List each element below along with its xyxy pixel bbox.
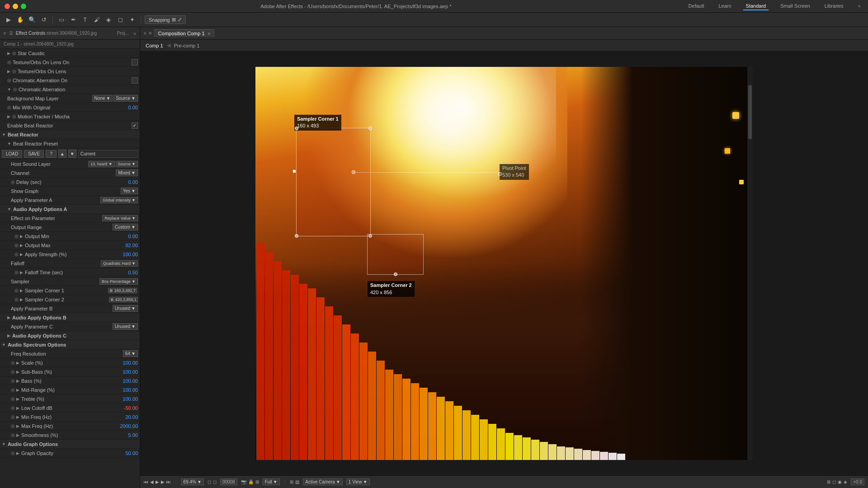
tool-pen[interactable]: ✒ — [68, 15, 78, 25]
value-scale[interactable]: 100.00 — [123, 360, 138, 366]
maximize-button[interactable] — [21, 4, 26, 9]
panel-close-comp[interactable]: ✕ — [148, 31, 152, 36]
dropdown-apply-param-b[interactable]: Unused ▼ — [113, 305, 138, 312]
view-count-dropdown[interactable]: 1 View ▼ — [346, 479, 370, 485]
active-camera-dropdown[interactable]: Active Camera ▼ — [303, 479, 342, 485]
comp-nav-comp1[interactable]: Comp 1 — [144, 42, 165, 49]
tool-stamp[interactable]: ◈ — [104, 15, 113, 25]
dropdown-channel[interactable]: Mixed ▼ — [116, 169, 138, 176]
triangle-beat-reactor[interactable]: ▼ — [2, 132, 6, 137]
value-output-min[interactable]: 0.00 — [128, 234, 138, 239]
row-audio-apply-options-c[interactable]: ▶ Audio Apply Options C — [0, 331, 140, 340]
value-low-cutoff[interactable]: -50.00 — [124, 405, 138, 411]
triangle-bass[interactable]: ▶ — [16, 379, 19, 383]
dropdown-sampler[interactable]: Box Percentage ▼ — [99, 278, 138, 285]
tool-zoom[interactable]: 🔍 — [27, 15, 37, 25]
row-audio-graph-options[interactable]: ▼ Audio Graph Options — [0, 440, 140, 449]
camera-icon[interactable]: 📷 — [241, 479, 246, 484]
tool-brush[interactable]: 🖌 — [92, 15, 102, 25]
row-beat-reactor-preset[interactable]: ▼ Beat Reactor Preset — [0, 139, 140, 148]
panel-menu-comp[interactable]: ≡ — [144, 31, 146, 36]
camera-lock-icon[interactable]: 🔒 — [248, 479, 254, 484]
dropdown-host-sound-source[interactable]: Source ▼ — [116, 161, 138, 167]
tool-eraser[interactable]: ◻ — [115, 15, 125, 25]
value-smoothness[interactable]: 5.00 — [128, 432, 138, 438]
comp-options-icon[interactable]: ⊞ — [827, 479, 830, 484]
row-audio-apply-options-b[interactable]: ▶ Audio Apply Options B — [0, 313, 140, 322]
dropdown-bgmap-none[interactable]: None ▼ — [92, 95, 113, 102]
triangle-audio-apply-c[interactable]: ▶ — [7, 333, 10, 338]
dropdown-host-sound[interactable]: 13. heartl ▼ — [88, 161, 114, 167]
value-bass[interactable]: 100.00 — [123, 378, 138, 384]
row-beat-reactor-header[interactable]: ▼ Beat Reactor — [0, 130, 140, 139]
value-mix-with-original[interactable]: 0.00 — [128, 105, 138, 110]
row-texture-orbs[interactable]: ▶ ◎ Texture/Orbs On Lens — [0, 67, 140, 76]
close-button[interactable] — [5, 4, 10, 9]
nav-standard[interactable]: Standard — [743, 2, 769, 10]
panel-tabs[interactable]: Proj... — [117, 31, 129, 36]
resolution-icon[interactable]: ◻ — [208, 479, 211, 484]
quality-dropdown[interactable]: Full ▼ — [263, 479, 280, 485]
checkbox-enable-beat-reactor[interactable] — [132, 122, 138, 129]
sampler-c1-handle-tr[interactable] — [368, 127, 372, 130]
viewer-scrollbar[interactable] — [747, 67, 753, 460]
checkbox-texture-orbs-on[interactable] — [132, 59, 138, 66]
sampler-c1-handle-bl[interactable] — [295, 234, 298, 238]
panel-menu-icon[interactable]: ≡ — [4, 31, 6, 36]
triangle-texture-orbs[interactable]: ▶ — [7, 69, 10, 74]
comp-nav-precomp1[interactable]: Pre-comp 1 — [172, 42, 202, 49]
tool-text[interactable]: T — [80, 15, 90, 25]
row-audio-spectrum-options[interactable]: ▼ Audio Spectrum Options — [0, 340, 140, 349]
channel-icon[interactable]: ▧ — [295, 479, 299, 484]
pivot-handle[interactable] — [352, 170, 355, 174]
value-treble[interactable]: 100.00 — [123, 396, 138, 402]
tab-composition[interactable]: Composition Comp 1 ≡ — [154, 29, 215, 37]
tool-select[interactable]: ▶ — [4, 15, 14, 25]
preset-prev[interactable]: ▲ — [58, 150, 66, 158]
tool-rect[interactable]: ▭ — [57, 15, 66, 25]
playback-prev-frame[interactable]: ◀ — [150, 479, 154, 484]
dropdown-show-graph[interactable]: Yes ▼ — [121, 188, 138, 194]
triangle-star-caustic[interactable]: ▶ — [7, 51, 10, 56]
nav-libraries[interactable]: Libraries — [822, 2, 846, 10]
nav-default[interactable]: Default — [686, 2, 707, 10]
row-star-caustic[interactable]: ▶ ◎ Star Caustic — [0, 49, 140, 58]
value-min-freq[interactable]: 20.00 — [125, 414, 138, 420]
value-delay[interactable]: 0.00 — [128, 179, 138, 185]
sampler-c2-handle[interactable] — [394, 272, 397, 276]
snapping-toggle[interactable]: Snapping ⊞ ⤢ — [145, 15, 186, 24]
value-falloff-time[interactable]: 0.50 — [128, 270, 138, 275]
triangle-motion-tracker[interactable]: ▶ — [7, 114, 10, 119]
triangle-audio-spectrum[interactable]: ▼ — [2, 343, 6, 347]
dropdown-freq-resolution[interactable]: 64 ▼ — [123, 350, 138, 357]
triangle-apply-strength[interactable]: ▶ — [20, 252, 23, 257]
dropdown-apply-param-a[interactable]: Global Intensity ▼ — [100, 197, 138, 203]
triangle-max-freq[interactable]: ▶ — [16, 424, 19, 428]
playback-next-frame[interactable]: ▶ — [161, 479, 165, 484]
load-button[interactable]: LOAD — [2, 150, 22, 158]
dropdown-effect-on-param[interactable]: Replace Value ▼ — [102, 215, 138, 221]
tab-close-icon[interactable]: ≡ — [208, 31, 211, 36]
value-apply-strength[interactable]: 100.00 — [123, 252, 138, 257]
value-graph-opacity[interactable]: 50.00 — [125, 450, 138, 456]
row-motion-tracker[interactable]: ▶ ◎ Motion Tracker / Mocha — [0, 112, 140, 121]
triangle-treble[interactable]: ▶ — [16, 397, 19, 401]
playback-play[interactable]: ▶ — [156, 479, 159, 484]
minimize-button[interactable] — [13, 4, 18, 9]
grid-view-icon[interactable]: ⊞ — [290, 479, 293, 484]
triangle-audio-apply-a[interactable]: ▼ — [7, 207, 11, 211]
playback-last-frame[interactable]: ⏭ — [166, 479, 171, 484]
triangle-chromatic-aberration[interactable]: ▼ — [7, 87, 11, 92]
nav-learn[interactable]: Learn — [716, 2, 734, 10]
sampler-corner-2-coords-box[interactable]: ⊕ 420,3,856,1 — [109, 297, 138, 302]
triangle-audio-apply-b[interactable]: ▶ — [7, 315, 10, 320]
dropdown-output-range[interactable]: Custom ▼ — [113, 224, 138, 230]
triangle-scale[interactable]: ▶ — [16, 361, 19, 365]
value-output-max[interactable]: 82.00 — [125, 243, 138, 248]
triangle-falloff-time[interactable]: ▶ — [20, 270, 23, 275]
triangle-min-freq[interactable]: ▶ — [16, 415, 19, 419]
gpu-icon[interactable]: ◈ — [844, 479, 847, 484]
nav-expand[interactable]: » — [855, 2, 863, 10]
zoom-dropdown[interactable]: 69.4% ▼ — [181, 479, 204, 485]
save-button[interactable]: SAVE — [24, 150, 44, 158]
